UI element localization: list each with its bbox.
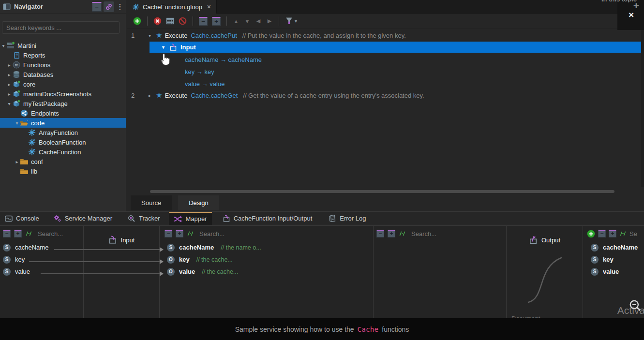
toggle-lines-icon[interactable] xyxy=(399,231,406,237)
tab-error-log[interactable]: Error Log xyxy=(325,212,370,225)
tree-item-conf[interactable]: ▸ conf xyxy=(0,157,126,166)
editor-tab-cachefunction[interactable]: CacheFunction.gloop × xyxy=(127,0,217,14)
tree-item-array-function[interactable]: ArrayFunction xyxy=(0,128,126,137)
tree-item-boolean-function[interactable]: BooleanFunction xyxy=(0,137,126,147)
expanded-arrow-icon[interactable]: ▾ xyxy=(6,101,12,106)
tab-close-icon[interactable]: × xyxy=(207,3,211,11)
mapper-node-value[interactable]: S value xyxy=(0,266,83,278)
mapper-search-input[interactable] xyxy=(409,230,506,237)
mapper-node-key[interactable]: S key xyxy=(583,253,644,266)
collapse-all-button[interactable]: − xyxy=(165,230,172,237)
tree-item-functions[interactable]: ▸ Functions xyxy=(0,60,126,70)
move-left-button[interactable]: ◀ xyxy=(255,18,262,24)
service-reference-link[interactable]: Cache.cachePut xyxy=(191,32,237,39)
tree-item-martini[interactable]: ▾ Martini xyxy=(0,41,126,50)
mapping-text: cacheName → cacheName xyxy=(185,56,262,63)
mapper-node-value[interactable]: O value // the cache... xyxy=(160,266,373,278)
tab-mapper-active[interactable]: Mapper xyxy=(169,212,212,225)
input-step-row-selected[interactable]: ▾ Input xyxy=(150,42,642,53)
mapping-row-key[interactable]: key → key xyxy=(127,66,644,77)
output-box-icon xyxy=(529,236,538,244)
move-right-button[interactable]: ▶ xyxy=(266,18,273,24)
navigator-title: Navigator xyxy=(14,3,43,10)
mapper-node-key[interactable]: O key // the cache... xyxy=(160,253,373,266)
tab-cachefunction-io[interactable]: CacheFunction Input/Output xyxy=(219,212,316,225)
plus-glyph: + xyxy=(178,231,181,237)
add-node-button[interactable] xyxy=(587,230,595,238)
tree-item-databases[interactable]: ▸ Databases xyxy=(0,70,126,79)
move-down-button[interactable]: ▼ xyxy=(244,18,251,24)
collapse-all-button[interactable]: − xyxy=(598,230,606,237)
toolbar-separator xyxy=(147,16,148,26)
mapping-row-cachename[interactable]: cacheName → cacheName xyxy=(127,54,644,65)
tree-item-label: BooleanFunction xyxy=(39,139,86,146)
expand-all-button[interactable]: + xyxy=(14,230,22,237)
expanded-arrow-icon[interactable]: ▾ xyxy=(0,43,6,48)
table-view-button[interactable] xyxy=(166,17,174,25)
tree-item-cache-function[interactable]: CacheFunction xyxy=(0,147,126,157)
tree-item-label: code xyxy=(31,119,45,127)
navigator-menu-icon[interactable]: ⋮ xyxy=(116,1,124,12)
service-reference-link[interactable]: Cache.cacheGet xyxy=(191,92,238,99)
collapse-all-button[interactable]: − xyxy=(376,230,384,237)
expanded-arrow-icon[interactable]: ▾ xyxy=(149,33,156,38)
collapsed-arrow-icon[interactable]: ▸ xyxy=(6,62,12,68)
mapper-search-input[interactable] xyxy=(629,230,644,237)
expand-all-button[interactable]: + xyxy=(388,230,395,237)
tree-item-endpoints[interactable]: Endpoints xyxy=(0,108,126,118)
mapping-text: value → value xyxy=(185,80,225,88)
toggle-lines-icon[interactable] xyxy=(619,231,627,237)
collapsed-arrow-icon[interactable]: ▸ xyxy=(6,72,12,77)
collapse-all-button[interactable]: − xyxy=(3,230,11,237)
mapper-node-key[interactable]: S key xyxy=(0,253,83,266)
filter-button[interactable]: ▾ xyxy=(285,17,297,25)
tab-design[interactable]: Design xyxy=(178,195,219,210)
navigator-search-input[interactable] xyxy=(2,21,120,34)
mapper-node-value[interactable]: S value xyxy=(583,266,644,278)
toggle-lines-icon[interactable] xyxy=(187,231,194,237)
expanded-arrow-icon[interactable]: ▾ xyxy=(162,44,169,50)
mapper-node-cachename[interactable]: S cacheName // the name o... xyxy=(160,241,373,253)
tree-item-my-test-package[interactable]: ▾ myTestPackage xyxy=(0,99,126,108)
expand-all-button[interactable]: + xyxy=(176,230,183,237)
tab-tracker[interactable]: Tracker xyxy=(124,212,164,225)
collapsed-arrow-icon[interactable]: ▸ xyxy=(6,82,12,87)
collapsed-arrow-icon[interactable]: ▸ xyxy=(14,159,20,164)
horizontal-scrollbar[interactable] xyxy=(150,190,614,193)
collapsed-arrow-icon[interactable]: ▸ xyxy=(6,91,12,97)
output-header: Output xyxy=(507,232,583,248)
collapse-all-button[interactable]: − xyxy=(199,17,208,26)
mapper-node-cachename[interactable]: S cacheName xyxy=(0,241,83,253)
collapsed-arrow-icon[interactable]: ▸ xyxy=(149,93,156,98)
package-icon xyxy=(13,100,20,107)
tree-item-core[interactable]: ▸ core xyxy=(0,79,126,89)
mapping-row-value[interactable]: value → value xyxy=(127,78,644,89)
tree-item-label: myTestPackage xyxy=(23,100,68,107)
close-panel-button[interactable]: × xyxy=(629,10,634,20)
expand-all-button[interactable]: + xyxy=(609,230,616,237)
mapper-search-input[interactable] xyxy=(197,230,373,237)
delete-step-button[interactable] xyxy=(153,17,162,25)
minimize-panel-icon[interactable]: − xyxy=(92,2,102,12)
tree-item-reports[interactable]: Reports xyxy=(0,50,126,60)
tab-service-manager[interactable]: Service Manager xyxy=(50,212,116,225)
link-with-editor-icon[interactable] xyxy=(104,1,114,12)
error-log-icon xyxy=(329,215,336,222)
disable-step-button[interactable] xyxy=(179,17,187,25)
expand-all-button[interactable]: + xyxy=(212,17,221,26)
tree-item-martini-docs-screenshots[interactable]: ▸ martiniDocsScreenshots xyxy=(0,89,126,99)
expanded-arrow-icon[interactable]: ▾ xyxy=(14,120,20,126)
mapper-node-cachename[interactable]: S cacheName xyxy=(583,241,644,253)
tree-item-lib[interactable]: lib xyxy=(0,166,126,176)
tab-source[interactable]: Source xyxy=(131,195,172,210)
tab-console[interactable]: Console xyxy=(1,212,43,225)
move-up-button[interactable]: ▲ xyxy=(233,18,240,24)
toggle-lines-icon[interactable] xyxy=(25,231,32,237)
mapper-search-input[interactable] xyxy=(36,230,83,237)
add-step-button[interactable] xyxy=(133,17,141,25)
vertical-scrollbar-track[interactable] xyxy=(641,15,644,187)
kebab-glyph: ⋮ xyxy=(117,2,124,11)
tree-item-code-selected[interactable]: ▾ code xyxy=(0,118,126,128)
code-line-1[interactable]: 1 ▾ ★ Execute Cache.cachePut // Put the … xyxy=(127,30,644,41)
code-line-2[interactable]: 2 ▸ ★ Execute Cache.cacheGet // Get the … xyxy=(127,90,644,101)
